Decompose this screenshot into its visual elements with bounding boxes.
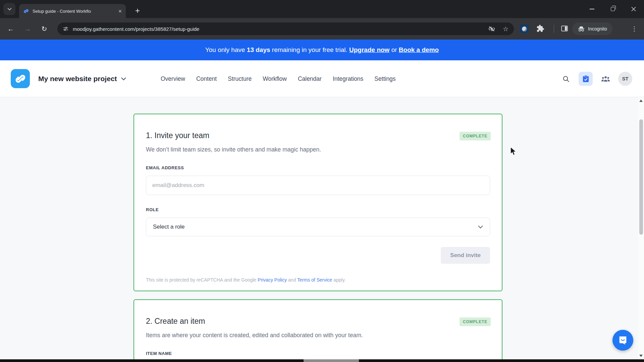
create-item-card: COMPLETE 2. Create an item Items are whe…: [133, 299, 502, 362]
new-tab-button[interactable]: +: [132, 5, 143, 16]
content-workflow-logo-icon: [14, 72, 27, 85]
send-invite-button[interactable]: Send invite: [441, 247, 490, 264]
email-label: EMAIL ADDRESS: [146, 165, 490, 170]
extensions-puzzle-icon[interactable]: [536, 24, 544, 34]
search-icon: [562, 75, 570, 83]
forward-button[interactable]: →: [22, 24, 33, 34]
side-panel-icon[interactable]: [561, 25, 568, 34]
tab-list-button[interactable]: [3, 3, 15, 15]
nav-item-calendar[interactable]: Calendar: [298, 75, 322, 82]
site-favicon: [23, 8, 29, 14]
bookmark-star-icon[interactable]: ☆: [503, 25, 508, 33]
incognito-label: Incognito: [588, 26, 607, 32]
strip-segment: [304, 359, 359, 362]
restore-button[interactable]: [602, 0, 623, 18]
url-bar[interactable]: moodjoy.gathercontent.com/projects/38582…: [57, 22, 514, 35]
nav-item-structure[interactable]: Structure: [228, 75, 252, 82]
site-info-icon[interactable]: [63, 26, 69, 32]
people-group-icon: [601, 75, 610, 82]
nav-item-overview[interactable]: Overview: [161, 75, 185, 82]
scroll-down-arrow-icon[interactable]: [639, 355, 643, 357]
chat-bubble-icon: [618, 335, 628, 345]
window-controls: [582, 0, 644, 18]
user-avatar[interactable]: ST: [618, 72, 632, 86]
banner-text: You only have: [205, 46, 247, 53]
window-titlebar: Setup guide - Content Workflo × +: [0, 0, 644, 18]
role-select[interactable]: Select a role: [146, 218, 490, 236]
book-demo-link[interactable]: Book a demo: [399, 46, 439, 53]
clipboard-check-icon: [582, 75, 589, 83]
item-name-label: ITEM NAME: [146, 351, 490, 356]
eye-slash-icon[interactable]: [488, 25, 495, 33]
chevron-down-icon: [478, 225, 483, 229]
toolbar-divider: [554, 25, 554, 33]
nav-item-workflow[interactable]: Workflow: [263, 75, 287, 82]
chevron-down-icon: [121, 77, 126, 80]
status-badge: COMPLETE: [460, 132, 491, 140]
browser-tab[interactable]: Setup guide - Content Workflo ×: [19, 4, 126, 18]
status-badge: COMPLETE: [460, 317, 491, 326]
reload-button[interactable]: ↻: [39, 24, 49, 34]
nav-item-integrations[interactable]: Integrations: [333, 75, 363, 82]
close-button[interactable]: [623, 0, 644, 18]
project-name: My new website project: [38, 75, 117, 83]
app-logo[interactable]: [11, 69, 30, 88]
recaptcha-notice: This site is protected by reCAPTCHA and …: [146, 277, 490, 283]
chevron-down-icon: [7, 8, 12, 10]
setup-guide-page: COMPLETE 1. Invite your team We don’t li…: [0, 97, 644, 362]
screen-bottom-strip: [0, 359, 644, 362]
extension-logo-icon: [522, 26, 527, 32]
nav-item-settings[interactable]: Settings: [374, 75, 395, 82]
url-text: moodjoy.gathercontent.com/projects/38582…: [73, 26, 199, 32]
role-select-value: Select a role: [153, 224, 185, 230]
privacy-policy-link[interactable]: Privacy Policy: [258, 277, 287, 283]
app-header: My new website project Overview Content …: [0, 60, 644, 97]
chat-launcher-button[interactable]: [612, 330, 633, 351]
setup-guide-button[interactable]: [579, 72, 593, 86]
incognito-badge: Incognito: [572, 22, 612, 35]
upgrade-now-link[interactable]: Upgrade now: [349, 46, 389, 53]
minimize-icon: [590, 9, 594, 9]
minimize-button[interactable]: [582, 0, 602, 18]
card-title: 1. Invite your team: [146, 131, 490, 140]
extension-favicon[interactable]: [520, 24, 529, 33]
close-icon: [631, 7, 636, 11]
scrollbar-thumb[interactable]: [639, 119, 643, 235]
project-selector[interactable]: My new website project: [38, 60, 126, 97]
page-scrollbar[interactable]: [638, 97, 644, 359]
trial-banner: You only have 13 days remaining in your …: [0, 40, 644, 60]
card-description: Items are where your content is created,…: [146, 332, 490, 339]
incognito-icon: [578, 26, 585, 32]
card-description: We don’t limit team sizes, so invite oth…: [146, 146, 490, 153]
scroll-up-arrow-icon[interactable]: [639, 100, 643, 102]
browser-menu-icon[interactable]: ⋮: [629, 24, 639, 34]
invite-team-card: COMPLETE 1. Invite your team We don’t li…: [133, 114, 502, 291]
restore-icon: [611, 7, 615, 11]
browser-toolbar: ← → ↻ moodjoy.gathercontent.com/projects…: [0, 18, 644, 40]
team-members-button[interactable]: [598, 72, 612, 86]
nav-item-content[interactable]: Content: [196, 75, 217, 82]
main-nav: Overview Content Structure Workflow Cale…: [161, 60, 396, 97]
card-title: 2. Create an item: [146, 317, 490, 326]
back-button[interactable]: ←: [6, 24, 16, 34]
terms-of-service-link[interactable]: Terms of Service: [297, 277, 332, 283]
tab-close-button[interactable]: ×: [118, 8, 122, 14]
email-field[interactable]: [146, 176, 490, 195]
tab-title: Setup guide - Content Workflo: [33, 9, 104, 14]
search-button[interactable]: [559, 72, 573, 86]
banner-days-remaining: 13 days: [247, 46, 270, 53]
role-label: ROLE: [146, 207, 490, 212]
